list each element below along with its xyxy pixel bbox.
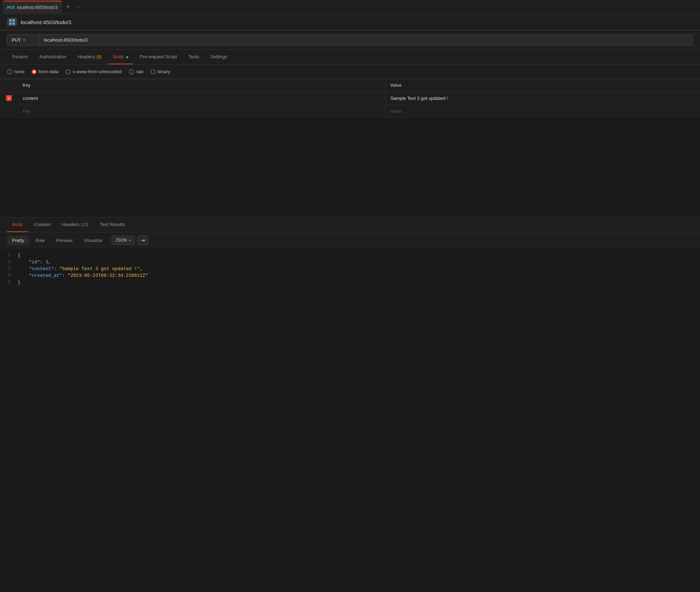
response-code-block: 1 { 2 "id": 3, 3 "content": "Sample Text… [0, 248, 700, 289]
radio-raw[interactable]: raw [129, 69, 144, 74]
response-section: Body Cookies Headers (10) Test Results P… [0, 217, 700, 289]
table-header-row: Key Value [0, 79, 700, 92]
json-value-content: "Sample Text 3 got updated !" [59, 266, 140, 271]
wrap-icon-symbol: ⇥ [141, 237, 145, 243]
radio-raw-label: raw [136, 69, 144, 74]
radio-circle-urlenc [66, 69, 71, 74]
table-row: content Sample Text 3 got updated ! [0, 92, 700, 105]
response-nav-tabs: Body Cookies Headers (10) Test Results [0, 217, 700, 232]
body-active-dot [126, 56, 128, 58]
tab-authorization[interactable]: Authorization [34, 50, 71, 64]
active-tab[interactable]: PUT localhost:4503/todo/3 [3, 1, 62, 14]
radio-circle-none [7, 69, 12, 74]
code-line-5: 5 } [0, 279, 700, 286]
response-toolbar: Pretty Raw Preview Visualize JSON ▾ ⇥ [0, 232, 700, 248]
radio-binary[interactable]: binary [151, 69, 170, 74]
line-number-1: 1 [0, 253, 18, 258]
line-content-1: { [18, 253, 700, 258]
url-bar: PUT ▾ [0, 31, 700, 50]
row-key-cell[interactable]: content [18, 92, 385, 104]
radio-urlencoded-label: x-www-form-urlencoded [73, 69, 122, 74]
radio-circle-raw [129, 69, 134, 74]
table-placeholder-row: Key Value [0, 105, 700, 118]
raw-button[interactable]: Raw [31, 236, 50, 245]
table-header-check [0, 79, 18, 91]
response-tab-cookies[interactable]: Cookies [29, 217, 56, 232]
radio-none-label: none [14, 69, 25, 74]
tab-title: localhost:4503/todo/3 [17, 5, 58, 10]
headers-count-badge: (8) [96, 54, 102, 59]
response-tab-headers[interactable]: Headers (10) [57, 217, 93, 232]
method-label: PUT [12, 37, 21, 43]
method-select[interactable]: PUT ▾ [7, 34, 39, 46]
tab-body-label: Body [113, 54, 124, 59]
format-select[interactable]: JSON ▾ [112, 236, 135, 245]
row-checkbox[interactable] [6, 95, 12, 101]
radio-form-data[interactable]: form-data [32, 69, 59, 74]
line-content-4: "created_at": "2023-05-23T09:32:34.23861… [18, 273, 700, 278]
radio-urlencoded[interactable]: x-www-form-urlencoded [66, 69, 122, 74]
json-key-id: "id" [29, 259, 40, 265]
placeholder-check-cell [0, 108, 18, 115]
radio-form-data-label: form-data [39, 69, 59, 74]
tab-params[interactable]: Params [7, 50, 33, 64]
response-headers-badge: (10) [81, 222, 88, 227]
radio-circle-binary [151, 69, 156, 74]
line-content-5: } [18, 280, 700, 285]
response-tab-test-results[interactable]: Test Results [95, 217, 130, 232]
json-key-content: "content" [29, 266, 54, 271]
form-data-table: Key Value content Sample Text 3 got upda… [0, 79, 700, 118]
grid-icon [9, 19, 15, 25]
tab-bar: PUT localhost:4503/todo/3 + ··· [0, 0, 700, 14]
tab-body[interactable]: Body [108, 50, 133, 64]
response-tab-body[interactable]: Body [7, 217, 28, 232]
preview-button[interactable]: Preview [51, 236, 77, 245]
line-number-4: 4 [0, 273, 18, 278]
tab-pre-request[interactable]: Pre-request Script [135, 50, 182, 64]
tab-headers[interactable]: Headers (8) [73, 50, 107, 64]
request-type-icon [7, 18, 17, 26]
line-content-2: "id": 3, [18, 259, 700, 265]
tab-headers-label: Headers [78, 54, 95, 59]
visualize-button[interactable]: Visualize [79, 236, 107, 245]
pretty-button[interactable]: Pretty [7, 236, 29, 245]
code-line-4: 4 "created_at": "2023-05-23T09:32:34.238… [0, 272, 700, 279]
radio-binary-label: binary [158, 69, 170, 74]
json-value-id: 3 [45, 259, 48, 265]
more-tabs-button[interactable]: ··· [74, 4, 85, 10]
row-checkbox-cell [0, 92, 18, 104]
tab-settings[interactable]: Settings [206, 50, 232, 64]
format-label: JSON [115, 238, 127, 243]
url-input[interactable] [39, 34, 693, 46]
line-content-3: "content": "Sample Text 3 got updated !"… [18, 266, 700, 271]
radio-circle-form [32, 69, 37, 74]
json-key-created-at: "created_at" [29, 273, 62, 278]
request-header: localhost:4503/todo/3 [0, 14, 700, 30]
request-body-space [0, 118, 700, 217]
radio-inner-form [33, 71, 35, 73]
code-line-2: 2 "id": 3, [0, 259, 700, 265]
line-number-5: 5 [0, 280, 18, 285]
new-tab-button[interactable]: + [63, 3, 73, 11]
line-number-2: 2 [0, 259, 18, 264]
format-chevron-icon: ▾ [129, 238, 131, 242]
line-number-3: 3 [0, 266, 18, 271]
tab-method-badge: PUT [7, 5, 15, 10]
json-value-created-at: "2023-05-23T09:32:34.238611Z" [68, 273, 148, 278]
code-line-1: 1 { [0, 252, 700, 259]
placeholder-key-cell[interactable]: Key [18, 105, 385, 117]
request-nav-tabs: Params Authorization Headers (8) Body Pr… [0, 50, 700, 65]
request-header-title: localhost:4503/todo/3 [21, 19, 71, 25]
placeholder-value-cell[interactable]: Value [385, 105, 700, 117]
row-value-cell[interactable]: Sample Text 3 got updated ! [385, 92, 700, 104]
body-type-selector: none form-data x-www-form-urlencoded raw… [0, 65, 700, 79]
method-chevron-icon: ▾ [23, 38, 25, 42]
wrap-button[interactable]: ⇥ [138, 235, 148, 245]
response-headers-label: Headers [62, 222, 80, 227]
code-line-3: 3 "content": "Sample Text 3 got updated … [0, 265, 700, 272]
table-header-value: Value [385, 79, 700, 91]
tab-tests[interactable]: Tests [183, 50, 204, 64]
table-header-key: Key [18, 79, 385, 91]
radio-none[interactable]: none [7, 69, 25, 74]
